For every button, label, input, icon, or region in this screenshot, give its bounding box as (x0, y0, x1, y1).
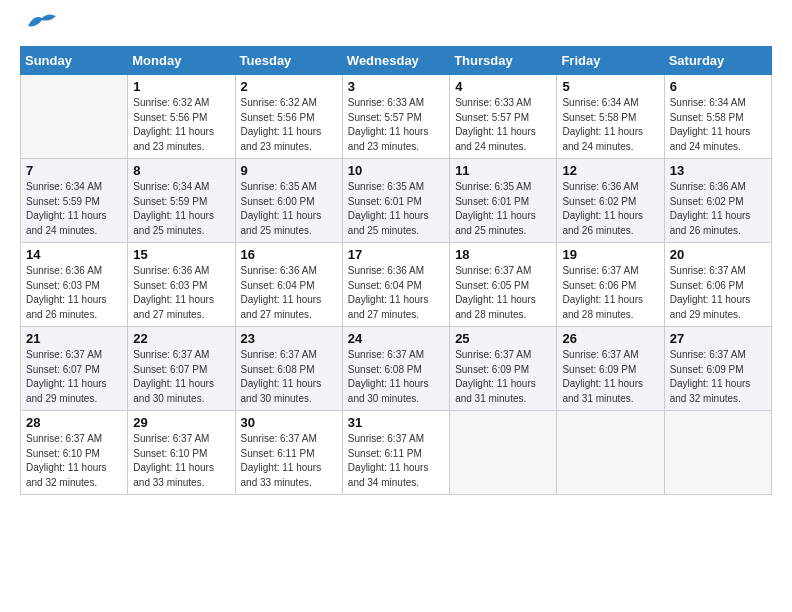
day-number: 27 (670, 331, 766, 346)
day-info: Sunrise: 6:34 AMSunset: 5:58 PMDaylight:… (670, 96, 766, 154)
calendar-day-cell (450, 411, 557, 495)
weekday-header-wednesday: Wednesday (342, 47, 449, 75)
daylight-label: Daylight: 11 hours and 23 minutes. (133, 126, 214, 152)
daylight-label: Daylight: 11 hours and 26 minutes. (670, 210, 751, 236)
calendar-day-cell: 29Sunrise: 6:37 AMSunset: 6:10 PMDayligh… (128, 411, 235, 495)
daylight-label: Daylight: 11 hours and 30 minutes. (133, 378, 214, 404)
day-info: Sunrise: 6:33 AMSunset: 5:57 PMDaylight:… (455, 96, 551, 154)
header (20, 16, 772, 36)
sunrise-label: Sunrise: 6:37 AM (133, 433, 209, 444)
sunset-label: Sunset: 6:04 PM (241, 280, 315, 291)
daylight-label: Daylight: 11 hours and 27 minutes. (241, 294, 322, 320)
sunset-label: Sunset: 5:56 PM (241, 112, 315, 123)
sunrise-label: Sunrise: 6:37 AM (348, 433, 424, 444)
daylight-label: Daylight: 11 hours and 34 minutes. (348, 462, 429, 488)
daylight-label: Daylight: 11 hours and 32 minutes. (26, 462, 107, 488)
sunset-label: Sunset: 6:03 PM (133, 280, 207, 291)
calendar-day-cell: 22Sunrise: 6:37 AMSunset: 6:07 PMDayligh… (128, 327, 235, 411)
day-info: Sunrise: 6:37 AMSunset: 6:06 PMDaylight:… (562, 264, 658, 322)
day-info: Sunrise: 6:35 AMSunset: 6:01 PMDaylight:… (455, 180, 551, 238)
sunrise-label: Sunrise: 6:34 AM (670, 97, 746, 108)
day-info: Sunrise: 6:37 AMSunset: 6:10 PMDaylight:… (26, 432, 122, 490)
day-info: Sunrise: 6:32 AMSunset: 5:56 PMDaylight:… (241, 96, 337, 154)
day-info: Sunrise: 6:36 AMSunset: 6:03 PMDaylight:… (133, 264, 229, 322)
daylight-label: Daylight: 11 hours and 31 minutes. (562, 378, 643, 404)
day-number: 15 (133, 247, 229, 262)
day-info: Sunrise: 6:37 AMSunset: 6:08 PMDaylight:… (348, 348, 444, 406)
day-number: 24 (348, 331, 444, 346)
daylight-label: Daylight: 11 hours and 24 minutes. (455, 126, 536, 152)
day-number: 23 (241, 331, 337, 346)
sunrise-label: Sunrise: 6:35 AM (455, 181, 531, 192)
sunrise-label: Sunrise: 6:37 AM (133, 349, 209, 360)
daylight-label: Daylight: 11 hours and 24 minutes. (26, 210, 107, 236)
sunset-label: Sunset: 5:57 PM (455, 112, 529, 123)
calendar-day-cell: 28Sunrise: 6:37 AMSunset: 6:10 PMDayligh… (21, 411, 128, 495)
sunset-label: Sunset: 5:56 PM (133, 112, 207, 123)
day-info: Sunrise: 6:37 AMSunset: 6:08 PMDaylight:… (241, 348, 337, 406)
day-info: Sunrise: 6:37 AMSunset: 6:11 PMDaylight:… (348, 432, 444, 490)
sunset-label: Sunset: 6:03 PM (26, 280, 100, 291)
calendar-day-cell: 18Sunrise: 6:37 AMSunset: 6:05 PMDayligh… (450, 243, 557, 327)
calendar-day-cell: 24Sunrise: 6:37 AMSunset: 6:08 PMDayligh… (342, 327, 449, 411)
sunset-label: Sunset: 6:11 PM (348, 448, 422, 459)
sunset-label: Sunset: 6:09 PM (455, 364, 529, 375)
day-info: Sunrise: 6:35 AMSunset: 6:00 PMDaylight:… (241, 180, 337, 238)
sunrise-label: Sunrise: 6:35 AM (241, 181, 317, 192)
sunset-label: Sunset: 6:10 PM (133, 448, 207, 459)
sunset-label: Sunset: 6:10 PM (26, 448, 100, 459)
day-number: 31 (348, 415, 444, 430)
daylight-label: Daylight: 11 hours and 28 minutes. (455, 294, 536, 320)
weekday-header-saturday: Saturday (664, 47, 771, 75)
sunrise-label: Sunrise: 6:33 AM (348, 97, 424, 108)
sunset-label: Sunset: 6:00 PM (241, 196, 315, 207)
sunrise-label: Sunrise: 6:37 AM (562, 265, 638, 276)
sunrise-label: Sunrise: 6:36 AM (133, 265, 209, 276)
page: SundayMondayTuesdayWednesdayThursdayFrid… (0, 0, 792, 612)
day-number: 17 (348, 247, 444, 262)
day-info: Sunrise: 6:37 AMSunset: 6:09 PMDaylight:… (670, 348, 766, 406)
day-info: Sunrise: 6:33 AMSunset: 5:57 PMDaylight:… (348, 96, 444, 154)
daylight-label: Daylight: 11 hours and 24 minutes. (670, 126, 751, 152)
logo-bird-icon (26, 8, 58, 36)
calendar-day-cell: 9Sunrise: 6:35 AMSunset: 6:00 PMDaylight… (235, 159, 342, 243)
day-info: Sunrise: 6:37 AMSunset: 6:09 PMDaylight:… (455, 348, 551, 406)
daylight-label: Daylight: 11 hours and 30 minutes. (241, 378, 322, 404)
daylight-label: Daylight: 11 hours and 27 minutes. (133, 294, 214, 320)
calendar-week-row: 28Sunrise: 6:37 AMSunset: 6:10 PMDayligh… (21, 411, 772, 495)
daylight-label: Daylight: 11 hours and 33 minutes. (133, 462, 214, 488)
weekday-header-tuesday: Tuesday (235, 47, 342, 75)
sunset-label: Sunset: 6:09 PM (670, 364, 744, 375)
sunset-label: Sunset: 6:07 PM (26, 364, 100, 375)
day-info: Sunrise: 6:37 AMSunset: 6:07 PMDaylight:… (133, 348, 229, 406)
day-number: 26 (562, 331, 658, 346)
daylight-label: Daylight: 11 hours and 28 minutes. (562, 294, 643, 320)
day-number: 5 (562, 79, 658, 94)
sunrise-label: Sunrise: 6:37 AM (562, 349, 638, 360)
day-info: Sunrise: 6:36 AMSunset: 6:02 PMDaylight:… (562, 180, 658, 238)
sunrise-label: Sunrise: 6:33 AM (455, 97, 531, 108)
daylight-label: Daylight: 11 hours and 26 minutes. (26, 294, 107, 320)
calendar-day-cell: 21Sunrise: 6:37 AMSunset: 6:07 PMDayligh… (21, 327, 128, 411)
day-number: 18 (455, 247, 551, 262)
calendar-day-cell: 16Sunrise: 6:36 AMSunset: 6:04 PMDayligh… (235, 243, 342, 327)
day-info: Sunrise: 6:36 AMSunset: 6:04 PMDaylight:… (348, 264, 444, 322)
day-info: Sunrise: 6:37 AMSunset: 6:11 PMDaylight:… (241, 432, 337, 490)
calendar-day-cell: 14Sunrise: 6:36 AMSunset: 6:03 PMDayligh… (21, 243, 128, 327)
daylight-label: Daylight: 11 hours and 29 minutes. (26, 378, 107, 404)
sunrise-label: Sunrise: 6:36 AM (670, 181, 746, 192)
day-number: 25 (455, 331, 551, 346)
sunrise-label: Sunrise: 6:36 AM (241, 265, 317, 276)
calendar-day-cell: 8Sunrise: 6:34 AMSunset: 5:59 PMDaylight… (128, 159, 235, 243)
day-number: 1 (133, 79, 229, 94)
sunrise-label: Sunrise: 6:32 AM (241, 97, 317, 108)
calendar-day-cell: 13Sunrise: 6:36 AMSunset: 6:02 PMDayligh… (664, 159, 771, 243)
calendar-day-cell: 11Sunrise: 6:35 AMSunset: 6:01 PMDayligh… (450, 159, 557, 243)
day-number: 22 (133, 331, 229, 346)
sunset-label: Sunset: 6:09 PM (562, 364, 636, 375)
calendar-day-cell: 7Sunrise: 6:34 AMSunset: 5:59 PMDaylight… (21, 159, 128, 243)
calendar-day-cell (664, 411, 771, 495)
day-number: 14 (26, 247, 122, 262)
day-info: Sunrise: 6:37 AMSunset: 6:07 PMDaylight:… (26, 348, 122, 406)
sunrise-label: Sunrise: 6:34 AM (26, 181, 102, 192)
